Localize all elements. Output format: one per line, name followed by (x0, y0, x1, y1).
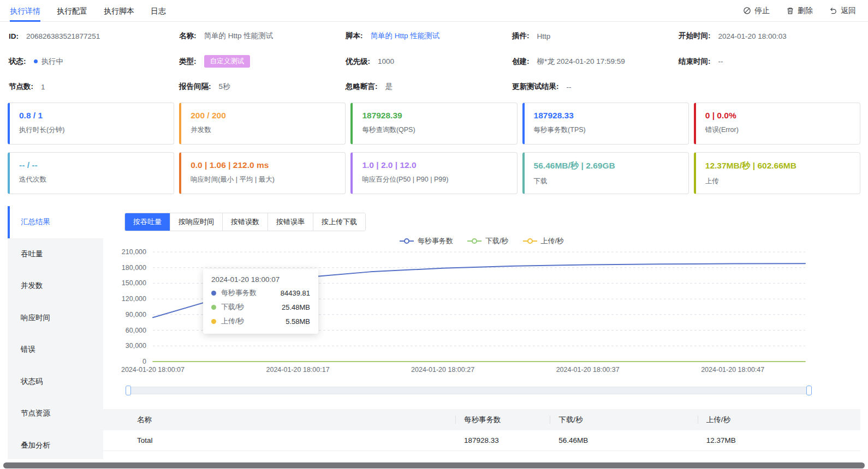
table-header-row: 名称 每秒事务数 下载/秒 上传/秒 (103, 409, 860, 430)
cell-tps: 187928.33 (455, 430, 550, 451)
trash-icon (786, 7, 794, 15)
field-script: 脚本:简单的 Http 性能测试 (346, 31, 512, 41)
chart-tab-upload-download[interactable]: 按上传下载 (313, 213, 365, 231)
col-header-upload: 上传/秒 (698, 409, 860, 430)
tooltip-row-tps: 每秒事务数84439.81 (211, 288, 310, 298)
chart-content: 按吞吐量 按响应时间 按错误数 按错误率 按上传下载 每秒事务数 下载/秒 上传… (103, 206, 860, 459)
sidebar-item-status-codes[interactable]: 状态码 (8, 366, 103, 398)
tooltip-timestamp: 2024-01-20 18:00:07 (211, 275, 310, 284)
zoom-slider-handle-right[interactable] (806, 386, 812, 395)
sidebar-item-errors[interactable]: 错误 (8, 334, 103, 366)
col-header-download: 下载/秒 (550, 409, 697, 430)
back-button[interactable]: 返回 (829, 6, 856, 16)
chart-legend: 每秒事务数 下载/秒 上传/秒 (103, 236, 860, 246)
delete-button[interactable]: 删除 (786, 6, 813, 16)
card-error: 0 | 0.0%错误(Error) (694, 103, 860, 145)
sidebar-item-node-resources[interactable]: 节点资源 (8, 398, 103, 430)
chart-zoom-slider[interactable] (126, 386, 812, 395)
download-dot-icon (211, 305, 216, 310)
field-plugin: 插件:Http (512, 31, 679, 41)
tab-execution-detail[interactable]: 执行详情 (10, 0, 40, 22)
field-report-interval: 报告间隔:5秒 (179, 82, 346, 92)
zoom-slider-track[interactable] (128, 387, 809, 394)
card-upload: 12.37MB/秒 | 602.66MB上传 (694, 152, 860, 194)
tab-execution-config[interactable]: 执行配置 (57, 0, 87, 22)
svg-text:0: 0 (142, 358, 146, 365)
report-info: ID:206826383521877251 名称:简单的 Http 性能测试 脚… (0, 22, 868, 95)
tab-logs[interactable]: 日志 (151, 0, 166, 22)
svg-text:30,000: 30,000 (126, 342, 146, 350)
svg-text:2024-01-20 18:00:47: 2024-01-20 18:00:47 (701, 366, 764, 374)
chart-tab-response-time[interactable]: 按响应时间 (170, 213, 222, 231)
svg-text:150,000: 150,000 (122, 279, 146, 287)
script-link[interactable]: 简单的 Http 性能测试 (371, 31, 440, 41)
svg-text:2024-01-20 18:00:37: 2024-01-20 18:00:37 (556, 366, 620, 374)
field-priority: 优先级:1000 (346, 55, 512, 68)
cell-download: 56.46MB (550, 430, 697, 451)
upload-dot-icon (211, 319, 216, 324)
stop-button[interactable]: 停止 (743, 6, 770, 16)
field-start-time: 开始时间:2024-01-20 18:00:03 (679, 31, 859, 41)
col-header-name: 名称 (103, 409, 455, 430)
result-panel: 汇总结果 吞吐量 并发数 响应时间 错误 状态码 节点资源 叠加分析 按吞吐量 … (8, 206, 860, 459)
zoom-slider-handle-left[interactable] (126, 386, 131, 395)
svg-text:120,000: 120,000 (122, 295, 146, 303)
svg-text:210,000: 210,000 (122, 248, 146, 256)
chart-tooltip: 2024-01-20 18:00:07 每秒事务数84439.81 下载/秒25… (203, 269, 318, 334)
field-empty (679, 82, 859, 92)
field-creator: 创建:柳*龙 2024-01-20 17:59:59 (512, 55, 679, 68)
table-row-total: Total 187928.33 56.46MB 12.37MB (103, 430, 860, 451)
sidebar-item-overlay-analysis[interactable]: 叠加分析 (8, 430, 103, 460)
card-concurrency: 200 / 200并发数 (179, 103, 346, 145)
chart-tab-error-count[interactable]: 按错误数 (222, 213, 267, 231)
tooltip-row-download: 下载/秒25.48MB (211, 302, 310, 312)
tps-dot-icon (211, 291, 216, 296)
card-duration: 0.8 / 1执行时长(分钟) (8, 103, 174, 145)
field-end-time: 结束时间:-- (679, 55, 859, 68)
sidebar-item-response-time[interactable]: 响应时间 (8, 302, 103, 334)
sidebar-item-summary[interactable]: 汇总结果 (8, 206, 103, 238)
card-percentiles: 1.0 | 2.0 | 12.0响应百分位(P50 | P90 | P99) (350, 152, 517, 194)
chart-tab-error-rate[interactable]: 按错误率 (267, 213, 313, 231)
chart-tab-throughput[interactable]: 按吞吐量 (125, 213, 170, 231)
status-badge: 执行中 (41, 57, 64, 67)
field-type: 类型:自定义测试 (179, 55, 346, 68)
field-ignore-assert: 忽略断言:是 (346, 82, 512, 92)
svg-text:2024-01-20 18:00:07: 2024-01-20 18:00:07 (121, 366, 185, 374)
top-tab-bar: 执行详情 执行配置 执行脚本 日志 停止 删除 返回 (0, 0, 868, 22)
field-update-result: 更新测试结果:-- (512, 82, 679, 92)
tab-execution-script[interactable]: 执行脚本 (104, 0, 134, 22)
card-download: 56.46MB/秒 | 2.69GB下载 (522, 152, 689, 194)
summary-table: 名称 每秒事务数 下载/秒 上传/秒 Total 187928.33 56.46… (103, 409, 860, 451)
legend-item-download[interactable]: 下载/秒 (467, 236, 509, 246)
card-qps: 187928.39每秒查询数(QPS) (350, 103, 517, 145)
col-header-tps: 每秒事务数 (455, 409, 550, 430)
horizontal-scrollbar[interactable] (3, 462, 865, 468)
card-tps: 187928.33每秒事务数(TPS) (522, 103, 689, 145)
result-sidebar: 汇总结果 吞吐量 并发数 响应时间 错误 状态码 节点资源 叠加分析 (8, 206, 103, 459)
legend-marker-upload (523, 238, 537, 244)
header-actions: 停止 删除 返回 (743, 6, 856, 16)
throughput-chart-area: 030,00060,00090,000120,000150,000180,000… (103, 248, 860, 377)
report-page: 执行详情 执行配置 执行脚本 日志 停止 删除 返回 ID:2068263835… (0, 0, 868, 469)
card-iterations: -- / --迭代次数 (8, 152, 174, 194)
type-badge: 自定义测试 (204, 55, 251, 68)
cell-name: Total (103, 430, 455, 451)
stat-cards-row-1: 0.8 / 1执行时长(分钟) 200 / 200并发数 187928.39每秒… (0, 103, 868, 145)
sidebar-item-throughput[interactable]: 吞吐量 (8, 238, 103, 270)
chart-metric-tabs: 按吞吐量 按响应时间 按错误数 按错误率 按上传下载 (124, 213, 366, 231)
svg-text:2024-01-20 18:00:17: 2024-01-20 18:00:17 (266, 366, 330, 374)
svg-text:90,000: 90,000 (126, 311, 146, 318)
legend-item-tps[interactable]: 每秒事务数 (400, 236, 453, 246)
legend-item-upload[interactable]: 上传/秒 (523, 236, 564, 246)
undo-arrow-icon (829, 7, 837, 15)
sidebar-item-concurrency[interactable]: 并发数 (8, 270, 103, 302)
status-dot (34, 59, 38, 63)
svg-text:2024-01-20 18:00:27: 2024-01-20 18:00:27 (411, 366, 474, 374)
card-response-time: 0.0 | 1.06 | 212.0 ms响应时间(最小 | 平均 | 最大) (179, 152, 346, 194)
field-name: 名称:简单的 Http 性能测试 (179, 31, 346, 41)
cell-upload: 12.37MB (698, 430, 860, 451)
stat-cards-row-2: -- / --迭代次数 0.0 | 1.06 | 212.0 ms响应时间(最小… (0, 152, 868, 194)
svg-text:60,000: 60,000 (126, 327, 146, 334)
field-nodes: 节点数:1 (9, 82, 179, 92)
